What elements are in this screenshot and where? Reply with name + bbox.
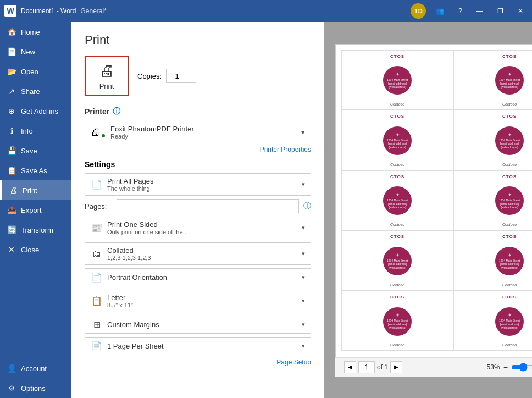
minimize-button[interactable]: — <box>472 5 487 17</box>
home-icon: 🏠 <box>7 27 16 36</box>
label-brand: CTOS <box>502 295 517 300</box>
preview-nav: ◀ of 1 ▶ 53% − + <box>335 357 532 377</box>
label-company: Contoso <box>390 343 404 347</box>
print-pages-sub: The whole thing <box>107 185 297 192</box>
label-circle: ✦1234 Main Street[email address][web add… <box>495 126 524 155</box>
printer-info-icon[interactable]: ⓘ <box>113 107 120 117</box>
sidebar-item-label: Options <box>21 384 46 393</box>
settings-orientation[interactable]: 📄 Portrait Orientation ▾ <box>85 268 311 286</box>
printer-properties-link[interactable]: Printer Properties <box>85 146 311 153</box>
collaborate-icon[interactable]: 👥 <box>431 5 448 17</box>
margins-icon: ⊞ <box>91 319 103 330</box>
label-circle: ✦1234 Main Street[email address][web add… <box>495 307 524 336</box>
sidebar-item-label: Open <box>21 68 38 76</box>
sidebar-item-options[interactable]: ⚙ Options <box>0 378 71 398</box>
sidebar-item-print[interactable]: 🖨 Print <box>0 180 71 200</box>
label-brand: CTOS <box>502 54 517 59</box>
collate-sub: 1,2,3 1,2,3 1,2,3 <box>107 255 297 261</box>
addins-icon: ⊕ <box>7 107 16 115</box>
collate-icon: 🗂 <box>91 249 103 259</box>
open-icon: 📂 <box>7 67 16 76</box>
label-company: Contoso <box>390 283 404 287</box>
sidebar-item-label: Info <box>21 127 33 135</box>
prev-page-button[interactable]: ◀ <box>344 361 356 373</box>
label-circle: ✦1234 Main Street[email address][web add… <box>383 307 412 336</box>
sidebar-item-label: Save As <box>21 167 47 175</box>
print-pages-content: Print All Pages The whole thing <box>107 177 297 192</box>
sidebar-item-share[interactable]: ↗ Share <box>0 81 71 101</box>
settings-collate[interactable]: 🗂 Collated 1,2,3 1,2,3 1,2,3 ▾ <box>85 242 311 265</box>
settings-persheet[interactable]: 📄 1 Page Per Sheet ▾ <box>85 337 311 355</box>
copies-label: Copies: <box>137 72 162 80</box>
preview-area: CTOS✦1234 Main Street[email address][web… <box>324 22 532 398</box>
close-nav-icon: ✕ <box>7 245 16 254</box>
help-button[interactable]: ? <box>454 5 467 17</box>
printer-status-icon: 🖨 <box>91 126 106 139</box>
restore-button[interactable]: ❐ <box>493 5 508 17</box>
printer-dropdown-arrow: ▾ <box>301 128 305 136</box>
label-brand: CTOS <box>390 234 404 239</box>
copies-input[interactable] <box>166 69 196 83</box>
zoom-slider[interactable] <box>511 363 532 372</box>
profile-label: General* <box>80 7 106 15</box>
sidebar-item-export[interactable]: 📤 Export <box>0 200 71 220</box>
pages-info-icon[interactable]: ⓘ <box>303 201 311 211</box>
zoom-level-label: 53% <box>487 363 500 371</box>
orientation-icon: 📄 <box>91 272 103 283</box>
word-logo: W <box>4 5 16 17</box>
label-brand: CTOS <box>502 234 517 239</box>
settings-sides[interactable]: 📰 Print One Sided Only print on one side… <box>85 217 311 239</box>
margins-arrow: ▾ <box>302 321 305 328</box>
page-number-input[interactable] <box>358 361 375 373</box>
label-cell: CTOS✦1234 Main Street[email address][web… <box>341 110 453 170</box>
orientation-arrow: ▾ <box>302 274 305 281</box>
sidebar-item-save[interactable]: 💾 Save <box>0 141 71 161</box>
settings-margins[interactable]: ⊞ Custom Margins ▾ <box>85 316 311 334</box>
label-cell: CTOS✦1234 Main Street[email address][web… <box>453 230 532 291</box>
sidebar-item-label: Export <box>21 206 42 214</box>
sidebar-item-home[interactable]: 🏠 Home <box>0 22 71 42</box>
document-title: Document1 - Word <box>21 7 76 15</box>
sidebar-item-open[interactable]: 📂 Open <box>0 62 71 81</box>
settings-size[interactable]: 📋 Letter 8.5" x 11" ▾ <box>85 290 311 312</box>
label-brand: CTOS <box>502 114 517 119</box>
print-button[interactable]: 🖨 Print <box>85 56 129 96</box>
printer-device-icon: 🖨 <box>91 126 101 137</box>
next-page-button[interactable]: ▶ <box>390 361 402 373</box>
label-company: Contoso <box>502 223 517 226</box>
sidebar-item-label: Close <box>21 246 39 254</box>
save-icon: 💾 <box>7 146 16 155</box>
sidebar-item-account[interactable]: 👤 Account <box>0 358 71 378</box>
label-brand: CTOS <box>390 295 404 300</box>
label-brand: CTOS <box>390 54 404 59</box>
size-main: Letter <box>107 294 297 302</box>
printer-select[interactable]: 🖨 Foxit PhantomPDF Printer Ready ▾ <box>85 121 311 143</box>
sidebar-item-saveas[interactable]: 📋 Save As <box>0 161 71 180</box>
sidebar-item-transform[interactable]: 🔄 Transform <box>0 220 71 240</box>
settings-print-pages[interactable]: 📄 Print All Pages The whole thing ▾ <box>85 173 311 196</box>
label-cell: CTOS✦1234 Main Street[email address][web… <box>453 170 532 231</box>
sidebar-item-info[interactable]: ℹ Info <box>0 121 71 141</box>
persheet-icon: 📄 <box>91 341 103 351</box>
account-icon: 👤 <box>7 364 16 373</box>
orientation-main: Portrait Orientation <box>107 273 297 281</box>
share-icon: ↗ <box>7 87 16 96</box>
page-setup-link[interactable]: Page Setup <box>85 358 311 366</box>
print-btn-label: Print <box>99 82 114 90</box>
zoom-out-button[interactable]: − <box>503 363 508 372</box>
label-company: Contoso <box>390 102 404 106</box>
label-brand: CTOS <box>390 174 404 179</box>
sides-main: Print One Sided <box>107 220 297 229</box>
sidebar: 🏠 Home 📄 New 📂 Open ↗ Share ⊕ Get Add-in… <box>0 22 71 398</box>
close-button[interactable]: ✕ <box>513 5 528 17</box>
label-company: Contoso <box>502 102 517 106</box>
export-icon: 📤 <box>7 206 16 214</box>
sidebar-item-new[interactable]: 📄 New <box>0 42 71 62</box>
label-brand: CTOS <box>502 174 517 179</box>
collate-arrow: ▾ <box>302 250 305 257</box>
print-panel: Print 🖨 Print Copies: Printer ⓘ 🖨 <box>71 22 324 398</box>
pages-input[interactable] <box>117 199 299 213</box>
title-bar: W Document1 - Word General* TD 👥 ? — ❐ ✕ <box>0 0 532 22</box>
sidebar-item-close[interactable]: ✕ Close <box>0 240 71 259</box>
sidebar-item-addins[interactable]: ⊕ Get Add-ins <box>0 101 71 121</box>
